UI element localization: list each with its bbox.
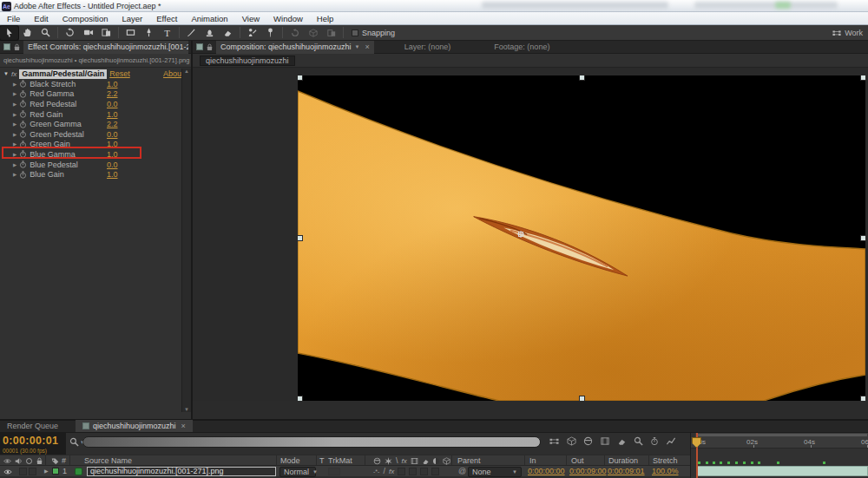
property-row-green-gamma[interactable]: ▶ Green Gamma 2.2 — [0, 119, 191, 129]
property-row-red-gain[interactable]: ▶ Red Gain 1.0 — [0, 109, 191, 120]
workspace-selector[interactable]: Work — [832, 29, 863, 37]
keyframe-marker[interactable] — [720, 462, 722, 464]
expand-icon[interactable]: ▶ — [13, 132, 16, 137]
menu-window[interactable]: Window — [266, 12, 310, 25]
layer-quality-toggle[interactable]: / — [383, 466, 385, 477]
camera-tool-button[interactable] — [79, 26, 97, 40]
graph-editor-icon[interactable] — [666, 436, 676, 446]
auto-keyframe-icon[interactable] — [650, 436, 659, 446]
motion-blur-toggle-cell[interactable] — [409, 468, 417, 475]
property-row-red-gamma[interactable]: ▶ Red Gamma 2.2 — [0, 89, 191, 100]
keyframe-marker[interactable] — [823, 462, 825, 464]
composition-viewer-tab[interactable]: qiechushihuojinmozuzhi — [200, 56, 295, 66]
selection-handle[interactable] — [579, 396, 585, 401]
property-row-green-pedestal[interactable]: ▶ Green Pedestal 0.0 — [0, 129, 191, 140]
panel-icon[interactable] — [3, 43, 10, 50]
panel-icon[interactable] — [196, 43, 203, 50]
selection-handle[interactable] — [298, 396, 303, 401]
selection-handle[interactable] — [860, 75, 865, 81]
adjustment-toggle-cell[interactable] — [420, 468, 428, 475]
hide-shy-layers-icon[interactable] — [583, 436, 593, 446]
property-value[interactable]: 0.0 — [107, 130, 118, 139]
property-row-blue-pedestal[interactable]: ▶ Blue Pedestal 0.0 — [0, 160, 191, 170]
puppet-pin-tool-button[interactable] — [261, 26, 279, 40]
search-input[interactable] — [82, 436, 541, 448]
motion-blur-icon[interactable] — [617, 436, 627, 446]
expand-icon[interactable]: ▶ — [13, 82, 16, 87]
property-value[interactable]: 2.2 — [107, 120, 118, 128]
stopwatch-icon[interactable] — [19, 100, 27, 108]
layer-duration-bar[interactable] — [696, 466, 868, 476]
keyframe-marker[interactable] — [777, 462, 779, 464]
shape-tool-button[interactable] — [122, 26, 140, 40]
expand-icon[interactable]: ▶ — [13, 162, 16, 167]
pan-behind-tool-button[interactable] — [97, 26, 115, 40]
blend-mode-dropdown[interactable]: Normal▼ — [279, 467, 316, 477]
render-queue-tab[interactable]: Render Queue — [0, 420, 65, 432]
property-row-red-pedestal[interactable]: ▶ Red Pedestal 0.0 — [0, 99, 191, 109]
layer-expand-icon[interactable]: ▶ — [44, 466, 49, 477]
timecode-block[interactable]: 0:00:00:01 00001 (30.00 fps) — [0, 433, 66, 455]
scroll-up-icon[interactable]: ▲ — [184, 69, 189, 74]
frame-blend-toggle-cell[interactable] — [398, 468, 405, 475]
property-value[interactable]: 2.2 — [107, 89, 118, 98]
close-tab-icon[interactable]: × — [365, 43, 370, 51]
property-value[interactable]: 0.0 — [107, 100, 118, 108]
stopwatch-icon[interactable] — [19, 90, 27, 98]
layer-visibility-eye-icon[interactable] — [3, 468, 12, 476]
draft-3d-icon[interactable] — [567, 436, 576, 446]
tab-menu-caret-icon[interactable]: ▼ — [355, 44, 360, 49]
selection-handle[interactable] — [860, 396, 865, 401]
expand-icon[interactable]: ▶ — [13, 121, 16, 127]
effect-header-row[interactable]: ▼ fx Gamma/Pedestal/Gain Reset About — [0, 69, 191, 79]
selection-handle[interactable] — [860, 235, 865, 241]
menu-effect[interactable]: Effect — [149, 12, 184, 25]
layer-out-value[interactable]: 0:00:09:00 — [569, 466, 607, 477]
search-icon[interactable] — [69, 437, 79, 447]
expand-icon[interactable]: ▶ — [13, 172, 16, 177]
close-tab-icon[interactable]: × — [181, 422, 186, 430]
snapping-checkbox[interactable] — [352, 29, 358, 36]
clone-stamp-tool-button[interactable] — [201, 26, 219, 40]
keyframe-marker[interactable] — [713, 462, 715, 464]
audio-toggle-cell[interactable] — [19, 468, 27, 475]
pen-tool-button[interactable] — [140, 26, 158, 40]
property-value[interactable]: 1.0 — [107, 170, 118, 179]
rotation-tool-button[interactable] — [61, 26, 79, 40]
frame-blending-icon[interactable] — [600, 436, 610, 446]
layer-in-value[interactable]: 0:00:00:00 — [528, 466, 565, 477]
layer-tab[interactable]: Layer: (none) — [400, 41, 456, 54]
menu-view[interactable]: View — [235, 12, 266, 25]
zoom-tool-button[interactable] — [36, 26, 55, 40]
menu-help[interactable]: Help — [310, 12, 341, 25]
current-timecode[interactable]: 0:00:00:01 — [3, 435, 66, 447]
layer-row[interactable]: ▶ 1 qiechushihuojinmozuzhi.[001-271].png… — [0, 466, 690, 477]
property-row-blue-gain[interactable]: ▶ Blue Gain 1.0 — [0, 169, 191, 180]
layer-source-name[interactable]: qiechushihuojinmozuzhi.[001-271].png — [87, 467, 276, 476]
expand-icon[interactable]: ▶ — [13, 112, 16, 117]
mini-flowchart-icon[interactable] — [549, 436, 560, 446]
stopwatch-icon[interactable] — [19, 130, 27, 138]
keyframe-marker[interactable] — [706, 462, 708, 464]
property-value[interactable]: 1.0 — [107, 110, 118, 119]
menu-animation[interactable]: Animation — [184, 12, 234, 25]
effect-panel-scrollbar[interactable]: ▲ ▼ — [181, 69, 191, 412]
parent-dropdown[interactable]: None▼ — [468, 467, 522, 477]
stopwatch-icon[interactable] — [19, 80, 27, 88]
keyframe-marker[interactable] — [727, 462, 730, 464]
property-value[interactable]: 0.0 — [107, 160, 118, 169]
layer-shy-toggle[interactable]: -*- — [373, 466, 379, 477]
layer-label-swatch[interactable] — [52, 468, 59, 475]
eraser-tool-button[interactable] — [219, 26, 237, 40]
hand-tool-button[interactable] — [18, 26, 36, 40]
effect-controls-tab[interactable]: Effect Controls: qiechushihuojinmozuzhi.… — [23, 41, 188, 54]
composition-tab[interactable]: Composition: qiechushihuojinmozuzhi ▼ × — [216, 41, 374, 54]
effect-name[interactable]: Gamma/Pedestal/Gain — [19, 69, 107, 79]
3d-toggle-cell[interactable] — [431, 468, 439, 475]
keyframe-marker[interactable] — [751, 462, 753, 464]
effect-expand-icon[interactable]: ▼ — [3, 71, 9, 76]
expand-icon[interactable]: ▶ — [13, 91, 16, 96]
time-ruler-area[interactable]: :00s 02s 04s 06s — [690, 433, 868, 478]
stopwatch-icon[interactable] — [19, 160, 27, 168]
composition-frame[interactable] — [298, 75, 865, 401]
